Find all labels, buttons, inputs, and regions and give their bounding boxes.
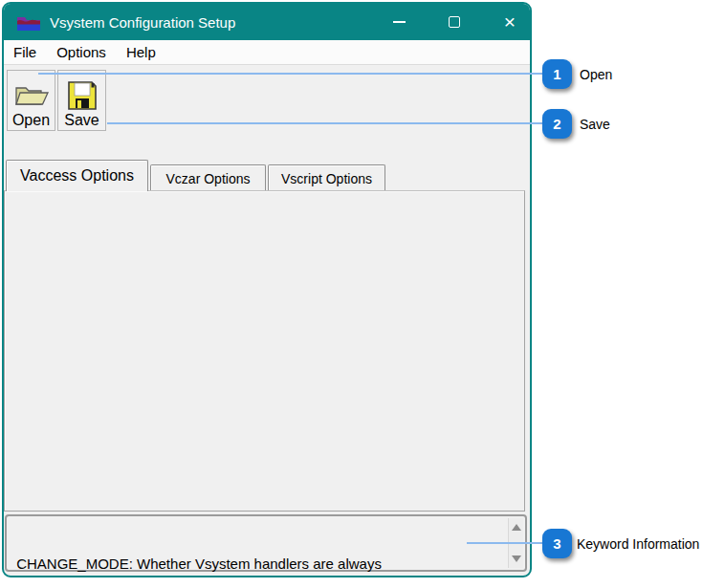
floppy-disk-icon (67, 80, 98, 111)
save-button-label: Save (64, 112, 99, 129)
tab-vczar-options[interactable]: Vczar Options (150, 164, 266, 191)
screenshot-canvas: Vsystem Configuration Setup × File Optio… (0, 0, 703, 588)
keyword-information-box: CHANGE_MODE: Whether Vsystem handlers ar… (5, 514, 527, 572)
keyword-information-text: CHANGE_MODE: Whether Vsystem handlers ar… (12, 521, 502, 577)
app-window: Vsystem Configuration Setup × File Optio… (2, 2, 532, 577)
close-button[interactable]: × (502, 14, 517, 30)
maximize-button[interactable] (447, 14, 462, 30)
tab-label: Vczar Options (166, 171, 251, 186)
title-bar[interactable]: Vsystem Configuration Setup × (4, 4, 530, 40)
tab-panel (4, 190, 525, 512)
menu-bar: File Options Help (4, 40, 530, 65)
menu-file[interactable]: File (13, 44, 36, 60)
menu-help[interactable]: Help (126, 44, 156, 60)
keyword-info-line1: CHANGE_MODE: Whether Vsystem handlers ar… (12, 555, 502, 573)
app-icon (16, 12, 41, 32)
open-button-label: Open (12, 112, 50, 129)
window-controls: × (391, 4, 517, 40)
tab-vscript-options[interactable]: Vscript Options (268, 164, 385, 191)
tab-strip: Vaccess Options Vczar Options Vscript Op… (4, 156, 530, 191)
tab-vaccess-options[interactable]: Vaccess Options (6, 160, 148, 191)
minimize-button[interactable] (391, 14, 406, 30)
callout-label-save: Save (580, 117, 610, 132)
callout-line-1 (38, 73, 543, 75)
scroll-down-icon[interactable] (512, 555, 521, 567)
close-icon: × (504, 14, 516, 30)
callout-label-keyword: Keyword Information (577, 536, 699, 552)
scroll-up-icon[interactable] (512, 519, 521, 531)
open-button[interactable]: Open (7, 70, 55, 131)
toolbar: Open Save (4, 65, 530, 139)
callout-line-2 (107, 122, 543, 124)
tab-label: Vaccess Options (20, 167, 134, 185)
callout-label-open: Open (580, 67, 612, 82)
callout-badge-1: 1 (542, 59, 572, 89)
callout-line-3 (467, 542, 543, 544)
minimize-icon (393, 21, 406, 23)
callout-badge-3: 3 (542, 529, 572, 558)
menu-options[interactable]: Options (56, 44, 106, 60)
callout-badge-2: 2 (542, 109, 572, 139)
maximize-icon (449, 16, 460, 28)
save-button[interactable]: Save (57, 70, 106, 131)
open-folder-icon (13, 81, 50, 111)
window-title: Vsystem Configuration Setup (50, 14, 235, 31)
tab-label: Vscript Options (281, 171, 372, 186)
